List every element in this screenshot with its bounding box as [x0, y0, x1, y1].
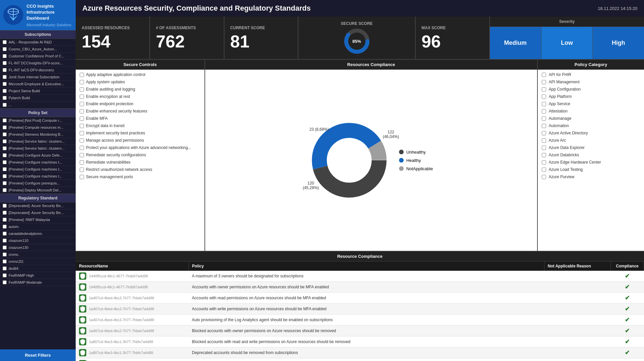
control-item[interactable]: Protect your applications with Azure adv… — [76, 144, 204, 151]
regulatory-checkbox[interactable] — [3, 232, 7, 236]
severity-low-button[interactable]: Low — [541, 27, 593, 59]
policy-category-item[interactable]: Azure Arc — [538, 137, 644, 144]
policy-set-item[interactable]: [Preview] Deploy Microsoft Del... — [0, 187, 76, 194]
regulatory-checkbox[interactable] — [3, 259, 7, 263]
policy-set-item[interactable]: [Preview] [Not Prod] Compute r... — [0, 117, 76, 124]
control-item[interactable]: Enable enhanced security features — [76, 108, 204, 115]
table-row[interactable]: 1a407cd-4bed-4bc2-7h77-7hbdv7a4d98 Accou… — [76, 293, 644, 304]
table-row[interactable]: 1a807cd-4be3-4bc1-3h77-7hbfv7a4d98 Depre… — [76, 347, 644, 358]
control-item[interactable]: Manage access and permissions — [76, 137, 204, 144]
regulatory-item[interactable]: FedRAMP Moderate — [0, 279, 76, 286]
regulatory-checkbox[interactable] — [3, 246, 7, 250]
severity-medium-button[interactable]: Medium — [490, 27, 541, 59]
severity-high-button[interactable]: High — [593, 27, 644, 59]
policy-category-item[interactable]: Automation — [538, 122, 644, 129]
subscription-checkbox[interactable] — [3, 40, 7, 44]
subscription-item[interactable]: Cosmo_CBU_Azure_Autom... — [0, 46, 76, 53]
policy-category-item[interactable]: Azure Active Directory — [538, 129, 644, 137]
regulatory-item[interactable]: cisazure130 — [0, 244, 76, 251]
subscription-item[interactable]: ... — [0, 102, 76, 108]
subscription-checkbox[interactable] — [3, 89, 7, 93]
resource-table[interactable]: ResourceName Policy Not Applicable Reaso… — [76, 261, 644, 361]
policy-category-checkbox[interactable] — [542, 73, 546, 77]
regulatory-checkbox[interactable] — [3, 211, 7, 215]
control-checkbox[interactable] — [80, 80, 84, 84]
regulatory-item[interactable]: canadafederalpbmm. — [0, 230, 76, 237]
subscription-checkbox[interactable] — [3, 54, 7, 58]
policy-set-item[interactable]: [Preview] Configure Azure Defe... — [0, 152, 76, 159]
policy-category-checkbox[interactable] — [542, 87, 546, 92]
policy-category-checkbox[interactable] — [542, 153, 546, 157]
table-row[interactable]: 1a807cd-4be3-4bc1-3h77-7hbfv7a4d98 Block… — [76, 336, 644, 347]
policy-category-item[interactable]: Azure Edge Hardware Center — [538, 159, 644, 166]
policy-category-item[interactable]: App Service — [538, 100, 644, 108]
policy-category-item[interactable]: App Configuration — [538, 86, 644, 93]
table-row[interactable]: 1440f5ccd-48c1-4677-7hdb67a4d98 Accounts… — [76, 282, 644, 293]
regulatory-item[interactable]: FedRAMP High — [0, 272, 76, 279]
regulatory-item[interactable]: [Preview]: RMIT Malaysia — [0, 216, 76, 223]
regulatory-item[interactable]: cmmc2l2. — [0, 258, 76, 265]
control-checkbox[interactable] — [80, 87, 84, 92]
policy-category-checkbox[interactable] — [542, 131, 546, 135]
regulatory-item[interactable]: dodil4. — [0, 265, 76, 272]
policy-set-checkbox[interactable] — [3, 132, 7, 136]
control-item[interactable]: Restrict unauthorized network access — [76, 166, 204, 173]
control-checkbox[interactable] — [80, 168, 84, 172]
policy-set-item[interactable]: [Preview] Service fabric: clustern... — [0, 145, 76, 152]
regulatory-item[interactable]: cmmc. — [0, 251, 76, 258]
control-checkbox[interactable] — [80, 102, 84, 106]
policy-category-item[interactable]: App Platform — [538, 93, 644, 100]
control-item[interactable]: Enable auditing and logging — [76, 86, 204, 93]
policy-list[interactable]: API for FHIRAPI ManagementApp Configurat… — [538, 70, 644, 251]
control-checkbox[interactable] — [80, 131, 84, 135]
subscription-checkbox[interactable] — [3, 82, 7, 86]
policy-category-item[interactable]: Azure Databricks — [538, 151, 644, 159]
control-checkbox[interactable] — [80, 146, 84, 150]
regulatory-checkbox[interactable] — [3, 225, 7, 229]
subscription-checkbox[interactable] — [3, 47, 7, 51]
policy-category-checkbox[interactable] — [542, 109, 546, 113]
policy-category-item[interactable]: API for FHIR — [538, 71, 644, 78]
control-checkbox[interactable] — [80, 116, 84, 121]
regulatory-item[interactable]: [Deprecated]: Azure Security Be... — [0, 209, 76, 216]
control-item[interactable]: Enable encryption at rest — [76, 93, 204, 100]
control-checkbox[interactable] — [80, 175, 84, 179]
subscription-item[interactable]: Microsoft Employee & Executive... — [0, 81, 76, 88]
table-row[interactable]: 1a807cd-4be3-4bc1-3h77-7hbfv7a4d98 Depre… — [76, 358, 644, 361]
policy-set-item[interactable]: [Preview] Compute resources m... — [0, 124, 76, 131]
regulatory-checkbox[interactable] — [3, 204, 7, 208]
subscription-checkbox[interactable] — [3, 103, 7, 107]
policy-category-checkbox[interactable] — [542, 124, 546, 128]
policy-set-checkbox[interactable] — [3, 188, 7, 192]
regulatory-item[interactable]: cisazure110 — [0, 237, 76, 244]
control-item[interactable]: Implement security best practices — [76, 129, 204, 137]
subscription-item[interactable]: AAL - Responsible AI R&D — [0, 39, 76, 46]
control-checkbox[interactable] — [80, 109, 84, 113]
regulatory-item[interactable]: [Deprecated]: Azure Security Be... — [0, 202, 76, 209]
policy-category-checkbox[interactable] — [542, 146, 546, 150]
policy-category-checkbox[interactable] — [542, 80, 546, 84]
regulatory-checkbox[interactable] — [3, 280, 7, 284]
control-item[interactable]: Remediate security configurations — [76, 151, 204, 159]
subscription-item[interactable]: Pylarch Build — [0, 95, 76, 102]
control-checkbox[interactable] — [80, 138, 84, 143]
policy-category-checkbox[interactable] — [542, 175, 546, 179]
policy-set-item[interactable]: [Preview] Configure prerequis... — [0, 180, 76, 187]
subscription-checkbox[interactable] — [3, 68, 7, 72]
policy-category-checkbox[interactable] — [542, 168, 546, 172]
subscription-item[interactable]: Customer Confidence Proof of C... — [0, 53, 76, 60]
policy-set-checkbox[interactable] — [3, 146, 7, 150]
reset-filters-button[interactable]: Reset Filters — [0, 349, 76, 361]
policy-set-item[interactable]: [Preview] Configure machines t... — [0, 159, 76, 166]
policy-category-item[interactable]: API Management — [538, 78, 644, 86]
policy-category-item[interactable]: Azure Purview — [538, 173, 644, 180]
policy-category-item[interactable]: Azure Data Explorer — [538, 144, 644, 151]
policy-set-item[interactable]: [Preview] Service fabric: clustern... — [0, 138, 76, 145]
control-checkbox[interactable] — [80, 95, 84, 99]
policy-category-item[interactable]: Attestation — [538, 108, 644, 115]
control-item[interactable]: Secure management ports — [76, 173, 204, 180]
subscription-checkbox[interactable] — [3, 96, 7, 100]
regulatory-checkbox[interactable] — [3, 273, 7, 277]
policy-set-item[interactable]: [Preview] Siemens Monitoring B... — [0, 131, 76, 138]
regulatory-checkbox[interactable] — [3, 266, 7, 270]
